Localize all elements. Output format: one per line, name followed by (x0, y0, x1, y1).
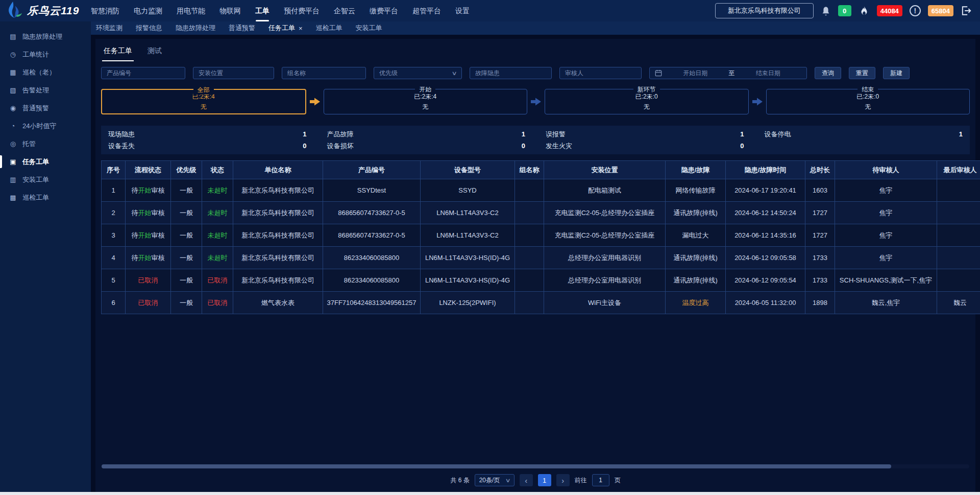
navbar-menu-item[interactable]: 缴费平台 (370, 0, 398, 21)
sidebar-item[interactable]: ▤ 隐患故障处理 (0, 28, 91, 45)
table-cell: 未超时 (202, 179, 233, 202)
table-row[interactable]: 6已取消一般已取消燃气表水表37FF71064248313049561257LN… (102, 292, 980, 314)
tabbar-tab[interactable]: 报警信息 × (136, 23, 162, 33)
fault-handle-icon: ▤ (9, 33, 17, 40)
warning-count-badge[interactable]: 65804 (928, 5, 953, 16)
table-cell (937, 224, 980, 247)
table-row[interactable]: 1待开始审核一般未超时新北京乐鸟科技有限公司SSYDtestSSYD配电箱测试网… (102, 179, 980, 202)
calendar-icon (655, 69, 662, 77)
table-row[interactable]: 3待开始审核一般未超时新北京乐鸟科技有限公司868656074733627-0-… (102, 224, 980, 247)
stat-value: 1 (522, 130, 525, 138)
table-cell: 1898 (805, 292, 835, 314)
panel-tab[interactable]: 任务工单 (104, 46, 132, 61)
table-cell: 2024-06-12 09:05:54 (726, 269, 805, 292)
reviewer-field[interactable] (559, 67, 642, 79)
stat-item: 设备丢失 0 (101, 140, 314, 152)
table-header-row: 序号流程状态优先级状态单位名称产品编号设备型号组名称安装位置隐患/故障隐患/故障… (102, 161, 980, 179)
navbar-menu: 智慧消防电力监测用电节能物联网工单预付费平台企智云缴费平台超管平台设置 (91, 0, 470, 21)
navbar-menu-item[interactable]: 电力监测 (134, 0, 162, 21)
table-cell: 新北京乐鸟科技有限公司 (233, 179, 323, 202)
prev-page-button[interactable]: ‹ (520, 474, 533, 486)
table-cell: 862334060085800 (323, 247, 421, 269)
navbar-menu-item[interactable]: 物联网 (219, 0, 241, 21)
group-name-field[interactable] (282, 67, 366, 79)
sidebar-item[interactable]: ▧ 告警处理 (0, 81, 91, 99)
table-cell: 868656074733627-0-5 (323, 202, 421, 224)
patrol-old-icon: ▦ (9, 68, 17, 76)
sidebar-item-label: 隐患故障处理 (22, 32, 62, 41)
navbar-menu-item[interactable]: 预付费平台 (284, 0, 320, 21)
navbar-menu-item[interactable]: 智慧消防 (91, 0, 119, 21)
sidebar-item[interactable]: ▣ 任务工单 (0, 153, 91, 171)
stat-item: 设备停电 1 (757, 128, 970, 140)
search-button[interactable]: 查询 (815, 67, 841, 79)
flame-icon[interactable] (859, 5, 870, 16)
company-name-button[interactable]: 新北京乐鸟科技有限公司 (715, 3, 814, 18)
panel-tab[interactable]: 测试 (148, 46, 162, 61)
page-size-select[interactable]: 20条/页 ∨ (475, 474, 514, 486)
product-no-field[interactable] (101, 67, 185, 79)
goto-page-input[interactable] (592, 474, 609, 486)
tabbar-tab[interactable]: 隐患故障处理 × (176, 23, 215, 33)
table-cell (515, 202, 544, 224)
tabbar-tab[interactable]: 环境监测 × (96, 23, 122, 33)
sidebar-item[interactable]: ◎ 托管 (0, 135, 91, 153)
navbar-menu-item[interactable]: 工单 (255, 0, 270, 21)
sidebar-item[interactable]: ◔ 24小时值守 (0, 117, 91, 135)
create-button[interactable]: 新建 (883, 67, 910, 79)
workflow-step[interactable]: 开始 已:2未:4 无 (324, 89, 528, 114)
table-cell: 焦宇 (835, 202, 937, 224)
sidebar-item[interactable]: ▩ 巡检工单 (0, 188, 91, 206)
table-cell (937, 179, 980, 202)
stat-value: 1 (740, 130, 744, 138)
tabbar-tab[interactable]: 任务工单 × (268, 23, 303, 33)
table-column-header: 隐患/故障时间 (726, 161, 805, 179)
sidebar-item[interactable]: ▦ 巡检（老） (0, 63, 91, 81)
sidebar-item-label: 告警处理 (22, 86, 49, 95)
navbar-menu-item[interactable]: 超管平台 (412, 0, 441, 21)
navbar-menu-item[interactable]: 企智云 (334, 0, 355, 21)
reset-button[interactable]: 重置 (849, 67, 875, 79)
workflow-step[interactable]: 新环节 已:2未:0 无 (545, 89, 749, 114)
tab-close-icon[interactable]: × (299, 25, 303, 32)
fault-field[interactable] (470, 67, 552, 79)
bell-count-badge[interactable]: 0 (838, 5, 851, 16)
group-name-input[interactable] (287, 69, 360, 77)
table-cell: 4 (102, 247, 126, 269)
bell-icon[interactable] (821, 6, 831, 16)
horizontal-scrollbar-thumb[interactable] (102, 464, 891, 468)
priority-select[interactable]: 优先级 ∨ (374, 67, 462, 79)
table-column-header: 待审核人 (835, 161, 937, 179)
tabbar-tab[interactable]: 普通预警 × (229, 23, 255, 33)
table-cell: 待开始审核 (126, 247, 171, 269)
table-cell: 5 (102, 269, 126, 292)
sidebar-item[interactable]: ▥ 安装工单 (0, 171, 91, 188)
navbar-menu-item[interactable]: 设置 (455, 0, 470, 21)
logo-flame-icon (6, 1, 22, 20)
table-cell: 2024-06-05 11:32:00 (726, 292, 805, 314)
table-row[interactable]: 5已取消一般已取消新北京乐鸟科技有限公司862334060085800LN6M-… (102, 269, 980, 292)
sidebar-item-label: 任务工单 (22, 157, 49, 167)
workflow-step[interactable]: 结束 已:2未:0 无 (766, 89, 970, 114)
reviewer-input[interactable] (565, 69, 636, 77)
logout-icon[interactable] (961, 5, 972, 16)
fault-input[interactable] (475, 69, 546, 77)
table-row[interactable]: 2待开始审核一般未超时新北京乐鸟科技有限公司868656074733627-0-… (102, 202, 980, 224)
install-location-input[interactable] (199, 69, 268, 77)
next-page-button[interactable]: › (556, 474, 570, 486)
table-cell: 焦宇 (835, 247, 937, 269)
navbar-menu-item[interactable]: 用电节能 (177, 0, 205, 21)
table-column-header: 状态 (202, 161, 233, 179)
product-no-input[interactable] (107, 69, 180, 77)
page-number-button[interactable]: 1 (538, 474, 551, 486)
exclamation-icon[interactable]: ! (910, 5, 921, 16)
tabbar-tab[interactable]: 巡检工单 × (316, 23, 342, 33)
table-row[interactable]: 4待开始审核一般未超时新北京乐鸟科技有限公司862334060085800LN6… (102, 247, 980, 269)
workflow-step[interactable]: 全部 已:2未:4 无 (101, 89, 306, 114)
sidebar-item[interactable]: ◉ 普通预警 (0, 99, 91, 117)
fire-count-badge[interactable]: 44084 (877, 5, 902, 16)
install-location-field[interactable] (193, 67, 274, 79)
date-range-picker[interactable]: 开始日期 至 结束日期 (649, 67, 807, 79)
sidebar-item[interactable]: ◷ 工单统计 (0, 45, 91, 63)
tabbar-tab[interactable]: 安装工单 × (356, 23, 382, 33)
